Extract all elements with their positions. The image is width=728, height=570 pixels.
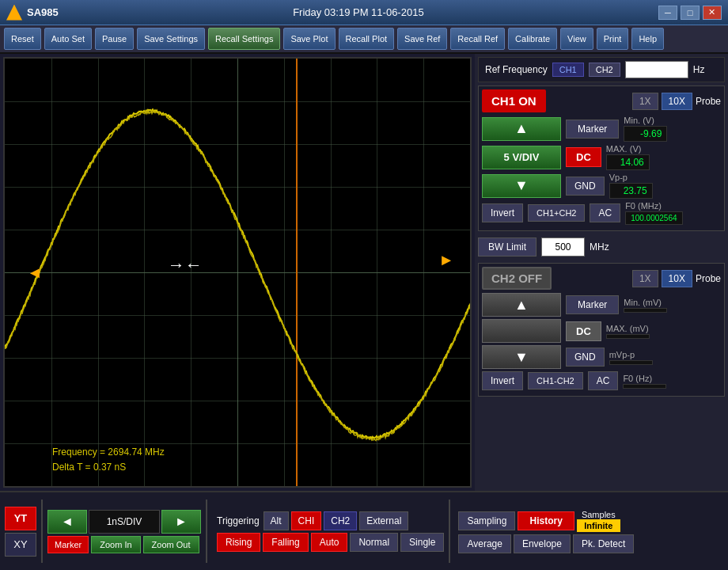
ch2-dc-button[interactable]: DC <box>566 321 601 341</box>
hz-label: Hz <box>693 64 705 75</box>
average-button[interactable]: Average <box>458 534 510 553</box>
ref-freq-row: Ref Frequency CH1 CH2 Hz <box>478 57 725 82</box>
ref-ch2-button[interactable]: CH2 <box>589 63 620 77</box>
time-right-button[interactable]: ► <box>161 510 201 534</box>
title-bar-left: SA985 <box>6 5 59 21</box>
toolbar: Reset Auto Set Pause Save Settings Recal… <box>0 25 728 54</box>
recall-settings-button[interactable]: Recall Settings <box>208 28 280 50</box>
sampling-top-row: Sampling History Samples Infinite <box>458 510 634 532</box>
ch1-ac-button[interactable]: AC <box>590 203 620 222</box>
sampling-button[interactable]: Sampling <box>458 511 515 530</box>
ch2-f0-label: F0 (Hz) <box>623 374 666 383</box>
bottom-bar: YT XY ◄ 1nS/DIV ► Marker Zoom In Zoom Ou… <box>0 491 728 570</box>
ch1-up-button[interactable]: ▲ <box>482 117 561 141</box>
single-button[interactable]: Single <box>400 533 444 552</box>
marker-arrow-right[interactable]: ► <box>438 250 454 268</box>
external-trigger-button[interactable]: External <box>359 511 408 530</box>
auto-button[interactable]: Auto <box>311 533 348 552</box>
ref-ch1-button[interactable]: CH1 <box>552 63 584 77</box>
xy-button[interactable]: XY <box>5 533 36 557</box>
sampling-bottom-row: Average Envelope Pk. Detect <box>458 534 634 553</box>
close-button[interactable]: ✕ <box>703 6 722 20</box>
ch2-probe-1x[interactable]: 1X <box>632 270 658 287</box>
pause-button[interactable]: Pause <box>95 28 134 50</box>
plot-area: ◄ ► → ← Frequency = 2694.74 MHz Delta T … <box>3 57 472 488</box>
ref-freq-label: Ref Frequency <box>485 64 548 75</box>
ch2-up-button[interactable]: ▲ <box>482 293 561 317</box>
ch2-section: CH2 OFF 1X 10X Probe ▲ Marker Min. (mV) … <box>478 263 725 397</box>
envelope-button[interactable]: Envelope <box>514 534 571 553</box>
yt-button[interactable]: YT <box>5 507 36 530</box>
recall-plot-button[interactable]: Recall Plot <box>339 28 395 50</box>
triggering-label: Triggering <box>217 515 260 526</box>
ch2-on-button[interactable]: CH2 OFF <box>482 267 552 290</box>
ch2-vdiv-button[interactable] <box>482 319 561 343</box>
print-button[interactable]: Print <box>597 28 629 50</box>
trigger-group: Triggering Alt CHI CH2 External Rising F… <box>217 511 444 552</box>
ch1-vpp-value: 23.75 <box>609 183 653 199</box>
divider-3 <box>449 500 450 563</box>
cursor-left-arrow: ← <box>185 255 203 276</box>
ch2-math-button[interactable]: CH1-CH2 <box>528 372 583 390</box>
help-button[interactable]: Help <box>631 28 664 50</box>
zoom-out-button[interactable]: Zoom Out <box>143 536 199 553</box>
zoom-in-button[interactable]: Zoom In <box>91 536 140 553</box>
marker-arrow-left[interactable]: ◄ <box>27 264 43 282</box>
ch1-math-button[interactable]: CH1+CH2 <box>528 204 585 222</box>
ch2-gnd-button[interactable]: GND <box>566 348 605 367</box>
ch1-probe-label: Probe <box>696 96 721 107</box>
calibrate-button[interactable]: Calibrate <box>508 28 557 50</box>
waveform-canvas <box>5 59 472 488</box>
ch1-marker-button[interactable]: Marker <box>566 120 619 139</box>
ref-freq-input[interactable] <box>625 61 688 78</box>
falling-button[interactable]: Falling <box>263 533 308 552</box>
ch2-marker-button[interactable]: Marker <box>566 295 619 314</box>
ch2-down-button[interactable]: ▼ <box>482 345 561 369</box>
maximize-button[interactable]: □ <box>681 6 700 20</box>
ch1-down-row: ▼ GND Vp-p 23.75 <box>482 173 721 199</box>
ch2-invert-button[interactable]: Invert <box>482 371 523 390</box>
ch1-down-button[interactable]: ▼ <box>482 174 561 198</box>
ch1-vdiv-row: 5 V/DIV DC MAX. (V) 14.06 <box>482 144 721 170</box>
recall-ref-button[interactable]: Recall Ref <box>450 28 505 50</box>
ch1-on-button[interactable]: CH1 ON <box>482 89 546 112</box>
ch1-invert-button[interactable]: Invert <box>482 203 523 222</box>
bw-input[interactable] <box>541 238 585 256</box>
time-marker-button[interactable]: Marker <box>47 536 89 553</box>
yt-xy-group: YT XY <box>5 507 36 557</box>
ch1-probe-10x[interactable]: 10X <box>662 93 692 110</box>
autoset-button[interactable]: Auto Set <box>44 28 92 50</box>
cursor-arrows: → ← <box>168 255 203 276</box>
save-settings-button[interactable]: Save Settings <box>137 28 205 50</box>
normal-button[interactable]: Normal <box>350 533 398 552</box>
datetime-display: Friday 03:19 PM 11-06-2015 <box>293 6 423 18</box>
rising-button[interactable]: Rising <box>217 533 260 552</box>
trigger-bottom-row: Rising Falling Auto Normal Single <box>217 533 444 552</box>
save-ref-button[interactable]: Save Ref <box>397 28 447 50</box>
ch2-probe-10x[interactable]: 10X <box>662 270 692 287</box>
ch1-dc-button[interactable]: DC <box>566 147 601 167</box>
history-button[interactable]: History <box>518 511 574 530</box>
reset-button[interactable]: Reset <box>4 28 41 50</box>
ch1-gnd-button[interactable]: GND <box>566 177 605 196</box>
pk-detect-button[interactable]: Pk. Detect <box>573 534 634 553</box>
save-plot-button[interactable]: Save Plot <box>283 28 335 50</box>
ch2-ac-button[interactable]: AC <box>588 371 619 390</box>
alt-trigger-button[interactable]: Alt <box>264 511 289 530</box>
ch1-vdiv-button[interactable]: 5 V/DIV <box>482 146 561 169</box>
ch2-min-label: Min. (mV) <box>624 298 667 307</box>
minimize-button[interactable]: ─ <box>658 6 677 20</box>
ch2-probe-group: 1X 10X Probe <box>632 270 721 287</box>
sampling-group: Sampling History Samples Infinite Averag… <box>458 510 634 553</box>
mhz-label: MHz <box>590 241 609 253</box>
ch2-header-row: CH2 OFF 1X 10X Probe <box>482 267 721 290</box>
ch1-min-value: -9.69 <box>624 126 667 142</box>
time-left-button[interactable]: ◄ <box>47 510 87 534</box>
ch2-trigger-button[interactable]: CH2 <box>324 511 357 530</box>
ch1-vpp-label: Vp-p <box>609 173 653 182</box>
ch1-probe-1x[interactable]: 1X <box>632 93 658 110</box>
plot-info: Frequency = 2694.74 MHz Delta T = 0.37 n… <box>52 445 165 475</box>
view-button[interactable]: View <box>560 28 593 50</box>
ch1-trigger-button[interactable]: CHI <box>291 511 322 530</box>
bw-limit-button[interactable]: BW Limit <box>478 238 537 256</box>
